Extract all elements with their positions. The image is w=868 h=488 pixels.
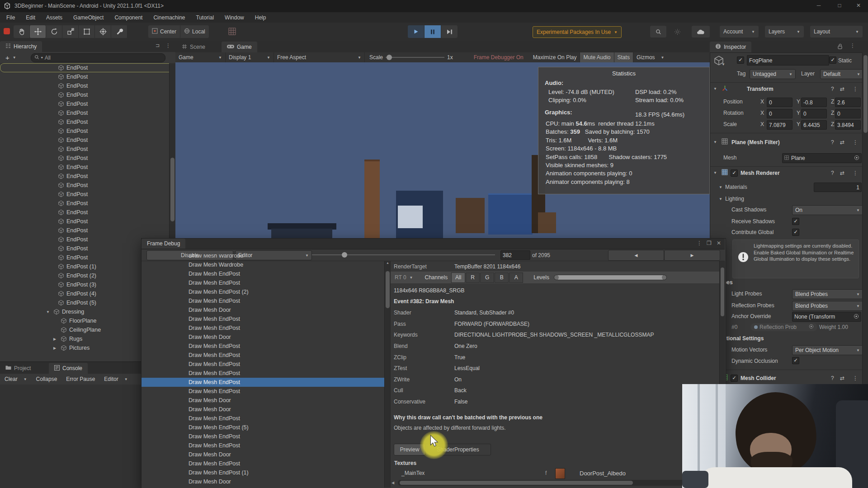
presets-icon[interactable]: ⇄ bbox=[840, 86, 844, 92]
clear-button[interactable]: Clear▼ bbox=[5, 376, 27, 382]
foldout-arrow-icon[interactable]: ▼ bbox=[719, 197, 722, 201]
reflection-probe-reference[interactable]: Reflection Prob bbox=[750, 323, 817, 331]
mute-audio-button[interactable]: Mute Audio bbox=[580, 52, 614, 62]
space-toggle-button[interactable]: Local bbox=[180, 25, 209, 38]
help-icon[interactable]: ? bbox=[831, 86, 834, 92]
pause-button[interactable] bbox=[425, 25, 441, 38]
static-checkbox[interactable]: ✓ bbox=[829, 56, 836, 64]
close-button[interactable]: ✕ bbox=[852, 2, 865, 9]
dynamic-occlusion-checkbox[interactable]: ✓ bbox=[792, 357, 799, 364]
kebab-menu-icon[interactable]: ⋮ bbox=[853, 86, 858, 92]
kebab-menu-icon[interactable]: ⋮ bbox=[850, 42, 855, 49]
kebab-menu-icon[interactable]: ⋮ bbox=[165, 42, 171, 49]
scrollbar-thumb[interactable] bbox=[170, 158, 175, 221]
draw-call-item[interactable]: Draw Mesh Wardrobe bbox=[142, 254, 385, 260]
hierarchy-item[interactable]: EndPost bbox=[0, 117, 169, 127]
foldout-arrow-icon[interactable]: ▼ bbox=[719, 185, 722, 189]
game-mode-dropdown[interactable]: Game▼ bbox=[175, 52, 226, 62]
hierarchy-item[interactable]: EndPost bbox=[0, 108, 169, 117]
transform-header[interactable]: Transform bbox=[747, 86, 774, 92]
scale-slider-knob[interactable] bbox=[387, 55, 392, 60]
tab-game[interactable]: Game bbox=[222, 42, 257, 52]
draw-call-item[interactable]: Draw Mesh Door bbox=[142, 333, 385, 342]
chevron-down-icon[interactable]: ▼ bbox=[722, 62, 725, 66]
mesh-renderer-enabled-checkbox[interactable]: ✓ bbox=[731, 169, 738, 177]
gameobject-name-field[interactable]: FogPlane bbox=[747, 55, 829, 66]
chevron-down-icon[interactable]: ▼ bbox=[13, 56, 16, 60]
reflection-probes-dropdown[interactable]: Blend Probes▼ bbox=[792, 301, 863, 311]
hierarchy-item[interactable]: EndPost bbox=[0, 63, 169, 72]
cast-shadows-dropdown[interactable]: On▼ bbox=[792, 205, 863, 215]
transform-tool-button[interactable] bbox=[95, 25, 111, 38]
expand-arrow-icon[interactable]: ▼ bbox=[46, 310, 51, 314]
maximize-on-play-button[interactable]: Maximize On Play bbox=[530, 52, 580, 62]
editor-filter-button[interactable]: Editor▼ bbox=[104, 376, 127, 382]
hierarchy-item[interactable]: EndPost bbox=[0, 199, 169, 208]
scrollbar-thumb[interactable] bbox=[863, 55, 868, 133]
foldout-arrow-icon[interactable]: ▼ bbox=[713, 140, 717, 144]
draw-call-item[interactable]: Draw Mesh EndPost (1) bbox=[142, 468, 385, 477]
play-button[interactable] bbox=[408, 25, 425, 38]
rotation-y-field[interactable]: 0 bbox=[801, 109, 827, 118]
minimize-button[interactable]: ─ bbox=[812, 2, 826, 9]
object-picker-icon[interactable] bbox=[854, 155, 859, 162]
object-picker-icon[interactable] bbox=[809, 324, 814, 330]
draw-call-item[interactable]: Draw Mesh Door bbox=[142, 305, 385, 314]
hierarchy-item[interactable]: EndPost bbox=[0, 172, 169, 181]
move-tool-button[interactable] bbox=[30, 25, 46, 38]
draw-call-item[interactable]: Draw Mesh EndPost bbox=[142, 342, 385, 351]
draw-call-item[interactable]: Draw Mesh EndPost bbox=[142, 441, 385, 450]
hierarchy-item[interactable]: EndPost bbox=[0, 72, 169, 81]
hierarchy-item[interactable]: EndPost bbox=[0, 136, 169, 145]
step-button[interactable] bbox=[441, 25, 458, 38]
kebab-menu-icon[interactable]: ⋮ bbox=[853, 170, 858, 176]
layer-dropdown[interactable]: Default▼ bbox=[820, 69, 863, 79]
rect-tool-button[interactable] bbox=[79, 25, 95, 38]
game-viewport[interactable] bbox=[175, 62, 710, 238]
menu-component[interactable]: Component bbox=[109, 12, 148, 23]
foldout-arrow-icon[interactable]: ▼ bbox=[713, 171, 717, 175]
lock-icon[interactable] bbox=[837, 43, 843, 51]
position-x-field[interactable]: 0 bbox=[767, 98, 793, 107]
draw-call-item[interactable]: Draw Mesh EndPost bbox=[142, 296, 385, 305]
scale-slider[interactable] bbox=[386, 57, 444, 58]
tab-inspector[interactable]: Inspector bbox=[710, 42, 751, 52]
position-z-field[interactable]: 2.6 bbox=[835, 98, 861, 107]
menu-help[interactable]: Help bbox=[250, 12, 272, 23]
tab-scene[interactable]: Scene bbox=[176, 42, 211, 52]
materials-count-field[interactable]: 1 bbox=[814, 183, 862, 192]
error-pause-button[interactable]: Error Pause bbox=[66, 376, 95, 382]
grid-snap-icon[interactable] bbox=[228, 28, 236, 37]
custom-tool-button[interactable] bbox=[111, 25, 127, 38]
hierarchy-item[interactable]: EndPost bbox=[0, 181, 169, 190]
tab-console[interactable]: Console bbox=[49, 363, 88, 374]
rotation-x-field[interactable]: 0 bbox=[767, 109, 793, 118]
menu-tutorial[interactable]: Tutorial bbox=[191, 12, 220, 23]
presets-icon[interactable]: ⇄ bbox=[840, 139, 844, 145]
mesh-filter-header[interactable]: Plane (Mesh Filter) bbox=[731, 139, 780, 145]
collapse-button[interactable]: Collapse bbox=[36, 376, 57, 382]
hierarchy-item[interactable]: EndPost bbox=[0, 163, 169, 172]
anchor-override-field[interactable]: None (Transform bbox=[792, 312, 861, 322]
help-icon[interactable]: ? bbox=[831, 375, 834, 381]
maximize-button[interactable]: □ bbox=[833, 2, 846, 9]
draw-call-item[interactable]: Draw Mesh EndPost bbox=[142, 414, 385, 423]
rotation-z-field[interactable]: 0 bbox=[835, 109, 861, 118]
mesh-collider-enabled-checkbox[interactable]: ✓ bbox=[731, 375, 738, 382]
shader-properties-tab-button[interactable]: ShaderProperties bbox=[425, 444, 491, 455]
gameobject-enabled-checkbox[interactable]: ✓ bbox=[737, 56, 744, 64]
hand-tool-button[interactable] bbox=[14, 25, 30, 38]
draw-call-item[interactable]: Draw Mesh EndPost bbox=[142, 269, 385, 278]
menu-file[interactable]: File bbox=[1, 12, 20, 23]
help-icon[interactable]: ? bbox=[831, 170, 834, 176]
kebab-menu-icon[interactable]: ⋮ bbox=[853, 375, 858, 381]
object-picker-icon[interactable] bbox=[854, 314, 859, 320]
draw-call-item[interactable]: Draw Mesh Door bbox=[142, 477, 385, 486]
hierarchy-item[interactable]: EndPost bbox=[0, 154, 169, 163]
layers-dropdown[interactable]: Layers▼ bbox=[765, 26, 804, 38]
draw-call-item[interactable]: Draw Mesh EndPost (2) bbox=[142, 287, 385, 296]
foldout-arrow-icon[interactable]: ▼ bbox=[713, 87, 717, 91]
hierarchy-item[interactable]: EndPost bbox=[0, 217, 169, 226]
draw-call-item[interactable]: Draw Mesh EndPost bbox=[142, 360, 385, 369]
presets-icon[interactable]: ⇄ bbox=[840, 375, 844, 381]
